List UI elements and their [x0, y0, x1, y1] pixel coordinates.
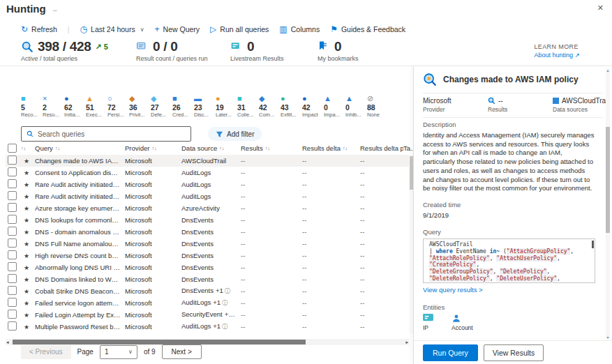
- row-checkbox[interactable]: [8, 191, 17, 200]
- search-placeholder: Search queries: [38, 130, 84, 138]
- pin-icon[interactable]: –: [53, 6, 57, 14]
- table-row[interactable]: ★ Rare Audit activity initiated by App M…: [6, 179, 409, 190]
- tactic-filter[interactable]: ● 19 Later...: [216, 93, 237, 118]
- guides-feedback-button[interactable]: ⚑ Guides & Feedback: [330, 25, 405, 33]
- table-row[interactable]: ★ High reverse DNS count by host Microso…: [6, 250, 409, 261]
- tactic-filter[interactable]: ◆ 42 Com...: [259, 93, 281, 118]
- row-checkbox[interactable]: [8, 167, 17, 176]
- table-row[interactable]: ★ DNS Full Name anomalous lookup i... Mi…: [6, 238, 409, 250]
- scroll-up-arrow-icon[interactable]: ▴: [606, 68, 610, 73]
- tactic-filter[interactable]: × 2 Reso...: [43, 93, 64, 118]
- panel-vertical-scrollbar[interactable]: ▴ ▾: [606, 68, 610, 339]
- column-query[interactable]: Query↑↓: [35, 144, 125, 152]
- favorite-star-icon[interactable]: ★: [21, 312, 35, 319]
- page-number-select[interactable]: 1 ∨: [100, 345, 137, 359]
- query-name-cell: DNS Full Name anomalous lookup i...: [35, 240, 125, 248]
- row-checkbox[interactable]: [8, 238, 17, 248]
- table-row[interactable]: ★ Changes made to AWS IAM policy Microso…: [6, 155, 409, 167]
- column-results-delta[interactable]: Results delta↑↓: [302, 144, 360, 152]
- row-checkbox[interactable]: [8, 250, 17, 259]
- column-favorite-sort[interactable]: ↑↓: [21, 146, 35, 151]
- tactic-filter[interactable]: ▲ 0 Impa...: [324, 93, 345, 118]
- favorite-star-icon[interactable]: ★: [21, 169, 35, 176]
- horizontal-scrollbar-thumb[interactable]: [13, 340, 306, 344]
- table-row[interactable]: ★ Failed Login Attempt by Expired acc...…: [6, 309, 409, 321]
- tactic-filter[interactable]: ▲ 0 Inhib...: [345, 93, 367, 118]
- favorite-star-icon[interactable]: ★: [21, 181, 35, 188]
- tactic-filter[interactable]: ■ 5 Reco...: [21, 93, 43, 118]
- favorite-star-icon[interactable]: ★: [21, 217, 35, 224]
- favorite-star-icon[interactable]: ★: [21, 229, 35, 236]
- favorite-star-icon[interactable]: ★: [21, 205, 35, 212]
- new-query-button[interactable]: + New Query: [155, 25, 200, 33]
- row-checkbox[interactable]: [8, 156, 17, 165]
- favorite-star-icon[interactable]: ★: [21, 241, 35, 248]
- table-row[interactable]: ★ Failed service logon attempt by user..…: [6, 297, 409, 309]
- table-row[interactable]: ★ DNS Domains linked to WannaCry ra... M…: [6, 273, 409, 285]
- table-row[interactable]: ★ Cobalt Strike DNS Beaconing Microsoft …: [6, 285, 409, 297]
- row-checkbox[interactable]: [8, 298, 17, 307]
- scroll-left-arrow-icon[interactable]: ◂: [6, 339, 9, 345]
- favorite-star-icon[interactable]: ★: [21, 264, 35, 271]
- column-provider[interactable]: Provider↑↓: [125, 144, 181, 152]
- table-row[interactable]: ★ Azure storage key enumeration Microsof…: [6, 202, 409, 214]
- tactic-filter[interactable]: ● 43 Exfilt...: [281, 93, 302, 118]
- tactic-filter[interactable]: ■ 31 Colle...: [237, 93, 259, 118]
- tactic-filter[interactable]: ▬ 23 Disc...: [194, 93, 216, 118]
- run-query-button[interactable]: Run Query: [423, 344, 478, 361]
- column-results[interactable]: Results↑↓: [241, 144, 302, 152]
- scroll-down-arrow-icon[interactable]: ▾: [606, 335, 610, 340]
- results-cell: --: [241, 181, 302, 188]
- tactic-filter[interactable]: ● 62 Initia...: [64, 93, 86, 118]
- row-checkbox[interactable]: [8, 321, 17, 331]
- row-checkbox[interactable]: [8, 286, 17, 295]
- table-row[interactable]: ★ DNS lookups for commonly abused ... Mi…: [6, 214, 409, 226]
- refresh-button[interactable]: ↻ Refresh: [21, 25, 57, 33]
- scroll-right-arrow-icon[interactable]: ▸: [405, 339, 408, 345]
- tactic-filter[interactable]: ■ 26 Cred...: [172, 93, 194, 118]
- time-range-dropdown[interactable]: ◷ Last 24 hours ∨: [80, 25, 144, 33]
- row-checkbox[interactable]: [8, 215, 17, 224]
- tactic-filter[interactable]: ◆ 36 Privil...: [129, 93, 151, 118]
- row-checkbox[interactable]: [8, 310, 17, 319]
- tactic-filter[interactable]: ● 42 Impact: [302, 93, 324, 118]
- tactic-filter[interactable]: ⊘ 88 None: [367, 93, 389, 118]
- table-row[interactable]: ★ Rare Audit activity initiated by User …: [6, 190, 409, 202]
- run-all-queries-button[interactable]: ▷ Run all queries: [210, 25, 269, 33]
- favorite-star-icon[interactable]: ★: [21, 252, 35, 259]
- previous-page-button[interactable]: < Previous: [21, 344, 71, 359]
- results-cell: --: [241, 311, 302, 319]
- column-results-delta-per[interactable]: Results delta per...↑↓: [360, 144, 403, 152]
- row-checkbox[interactable]: [8, 262, 17, 271]
- about-hunting-link[interactable]: About hunting ↗: [534, 52, 580, 59]
- tactic-filter[interactable]: ○ 72 Persi...: [107, 93, 129, 118]
- select-all-checkbox[interactable]: [8, 144, 17, 153]
- tactic-filter[interactable]: ◆ 27 Defe...: [151, 93, 172, 118]
- favorite-star-icon[interactable]: ★: [21, 288, 35, 295]
- query-code-block[interactable]: AWSCloudTrail| where EventName in~ ("Att…: [423, 238, 595, 283]
- add-filter-button[interactable]: Add filter: [208, 127, 262, 141]
- tactic-filter[interactable]: ▲ 51 Exec...: [86, 93, 107, 118]
- panel-vertical-scrollbar-thumb[interactable]: [606, 127, 610, 233]
- favorite-star-icon[interactable]: ★: [21, 276, 35, 283]
- columns-button[interactable]: ▥ Columns: [279, 25, 320, 33]
- table-row[interactable]: ★ DNS - domain anomalous lookup in... Mi…: [6, 226, 409, 238]
- favorite-star-icon[interactable]: ★: [21, 324, 35, 331]
- favorite-star-icon[interactable]: ★: [21, 158, 35, 165]
- search-input[interactable]: Search queries: [21, 126, 191, 142]
- favorite-star-icon[interactable]: ★: [21, 193, 35, 200]
- row-checkbox[interactable]: [8, 179, 17, 188]
- table-row[interactable]: ★ Abnormally long DNS URI queries Micros…: [6, 261, 409, 273]
- table-row[interactable]: ★ Multiple Password Reset by user Micros…: [6, 321, 409, 333]
- row-checkbox[interactable]: [8, 274, 17, 283]
- favorite-star-icon[interactable]: ★: [21, 300, 35, 307]
- close-icon[interactable]: ✕: [597, 3, 604, 13]
- row-checkbox[interactable]: [8, 227, 17, 236]
- table-row[interactable]: ★ Consent to Application discovery Micro…: [6, 167, 409, 179]
- view-query-results-link[interactable]: View query results >: [423, 286, 595, 294]
- next-page-button[interactable]: Next >: [162, 344, 202, 359]
- row-checkbox[interactable]: [8, 203, 17, 212]
- view-results-button[interactable]: View Results: [484, 344, 544, 361]
- code-scrollbar-thumb[interactable]: [592, 241, 594, 248]
- column-data-source[interactable]: Data source↑↓: [181, 144, 241, 152]
